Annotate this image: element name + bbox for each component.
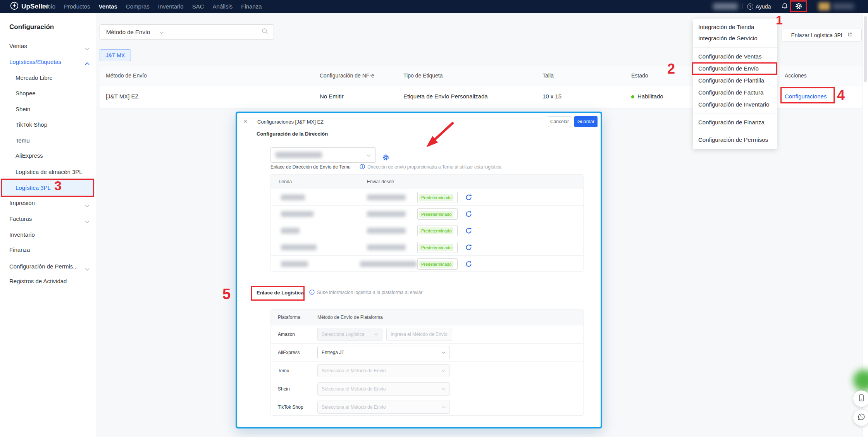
sidebar-item-configuracion-permisos[interactable]: Configuración de Permis... — [9, 262, 78, 271]
menu-config-ventas[interactable]: Configuración de Ventas — [698, 52, 761, 61]
sidebar: Configuración Ventas Logísticas/Etiqueta… — [0, 13, 97, 437]
menu-integracion-servicio[interactable]: Integración de Servicio — [698, 34, 758, 43]
chevron-down-icon[interactable] — [85, 45, 90, 52]
help-button[interactable]: ? Ayuda — [747, 0, 771, 13]
cell-nfe: No Emitir — [320, 93, 344, 100]
blurred-ship-from — [367, 244, 406, 250]
sidebar-item-finanza[interactable]: Finanza — [9, 246, 30, 254]
aliexpress-method-select[interactable]: Entrega JT — [317, 346, 450, 359]
nav-productos[interactable]: Productos — [64, 3, 90, 10]
amazon-method-input[interactable] — [386, 328, 452, 341]
enlazar-logistica-3pl-button[interactable]: Enlazar Logística 3PL — [782, 29, 862, 41]
select-placeholder: Selecciona el Método de Envío — [322, 368, 386, 373]
tiktok-method-select[interactable]: Selecciona el Método de Envío — [317, 401, 450, 414]
menu-config-envio[interactable]: Configuración de Envío — [698, 64, 759, 73]
refresh-icon[interactable] — [465, 211, 472, 219]
settings-gear-icon[interactable] — [795, 2, 803, 12]
menu-config-plantilla[interactable]: Configuración de Plantilla — [698, 76, 764, 85]
blurred-store-name — [281, 211, 313, 217]
chevron-down-icon — [367, 151, 371, 158]
address-row: Predeterminado — [271, 255, 583, 272]
blurred-avatar — [818, 2, 830, 10]
col-config-nfe: Configuración de NF-e — [320, 72, 374, 79]
sidebar-item-shopee[interactable]: Shopee — [16, 89, 36, 98]
sidebar-item-logistica-almacen-3pl[interactable]: Logística de almacén 3PL — [16, 168, 83, 176]
menu-config-permisos[interactable]: Configuración de Permisos — [698, 136, 768, 144]
ship-from-select[interactable]: Predeterminado — [417, 242, 458, 253]
menu-config-factura[interactable]: Configuración de Factura — [698, 88, 763, 97]
chevron-down-icon[interactable] — [85, 265, 90, 272]
col-talla: Talla — [542, 72, 554, 79]
nav-compras[interactable]: Compras — [126, 3, 150, 10]
topbar: UpSeller Inicio Productos Ventas Compras… — [0, 0, 868, 13]
select-placeholder: Selecciona el Método de Envío — [322, 404, 386, 410]
temu-method-select[interactable]: Selecciona el Método de Envío — [317, 364, 450, 377]
ship-from-select[interactable]: Predeterminado — [417, 208, 458, 220]
address-select[interactable] — [270, 147, 376, 163]
platform-row-aliexpress: AliExpress Entrega JT — [271, 343, 583, 361]
search-input[interactable] — [169, 24, 274, 40]
nav-finanza[interactable]: Finanza — [241, 3, 262, 10]
cancel-button[interactable]: Cancelar — [548, 116, 571, 127]
status-dot — [631, 95, 634, 98]
sidebar-item-shein[interactable]: Shein — [16, 105, 30, 114]
blurred-address-value — [276, 152, 322, 158]
ship-from-select[interactable]: Predeterminado — [417, 258, 458, 270]
bell-icon[interactable] — [781, 3, 788, 12]
save-button[interactable]: Guardar — [574, 116, 598, 127]
sidebar-item-inventario[interactable]: Inventario — [9, 231, 35, 239]
platform-row-temu: Temu Selecciona el Método de Envío — [271, 361, 583, 380]
whatsapp-button[interactable] — [853, 409, 868, 426]
chevron-down-icon[interactable] — [85, 218, 90, 225]
sidebar-item-registros-actividad[interactable]: Registros de Actividad — [9, 277, 67, 286]
mobile-app-button[interactable] — [853, 391, 868, 407]
sidebar-item-logistica-3pl[interactable]: Logística 3PL — [16, 184, 51, 192]
sidebar-item-temu[interactable]: Temu — [16, 136, 30, 145]
nav-inventario[interactable]: Inventario — [158, 3, 184, 10]
address-row: Predeterminado — [271, 222, 583, 239]
sidebar-item-tiktok-shop[interactable]: TikTok Shop — [16, 120, 47, 129]
modal-title: Configuraciones [J&T MX] EZ — [257, 119, 324, 125]
upseller-app: UpSeller Inicio Productos Ventas Compras… — [0, 0, 868, 437]
sidebar-item-logisticas-etiquetas[interactable]: Logísticas/Etiquetas — [9, 58, 61, 66]
chevron-down-icon[interactable] — [85, 202, 90, 209]
select-placeholder: Selecciona el Método de Envío — [322, 386, 386, 392]
sidebar-item-ventas[interactable]: Ventas — [9, 42, 27, 50]
ship-from-select[interactable]: Predeterminado — [417, 192, 458, 203]
sidebar-item-impresion[interactable]: Impresión — [9, 199, 35, 207]
cell-method: [J&T MX] EZ — [106, 93, 139, 100]
predeterminado-tag: Predeterminado — [419, 227, 453, 234]
refresh-icon[interactable] — [465, 244, 472, 252]
nav-inicio[interactable]: Inicio — [42, 3, 55, 10]
temu-address-link-info: Dirección de envío proporcionada a Temu … — [367, 164, 501, 170]
amazon-logistics-select[interactable]: Selecciona Logística — [317, 328, 382, 341]
col-estado: Estado — [631, 72, 648, 79]
nav-analisis[interactable]: Análisis — [213, 3, 233, 10]
address-gear-icon[interactable] — [382, 154, 389, 163]
select-placeholder: Selecciona Logística — [322, 332, 364, 337]
ship-from-select[interactable]: Predeterminado — [417, 225, 458, 236]
col-plataforma: Plataforma — [278, 315, 300, 320]
configuraciones-link[interactable]: Configuraciones — [785, 93, 827, 100]
nav-sac[interactable]: SAC — [192, 3, 204, 10]
sidebar-item-facturas[interactable]: Facturas — [9, 215, 32, 223]
filter-chip-jt-mx[interactable]: J&T MX — [100, 49, 131, 61]
chevron-up-icon[interactable] — [85, 61, 90, 68]
modal-title-divider — [253, 119, 253, 125]
refresh-icon[interactable] — [465, 261, 472, 269]
sidebar-item-aliexpress[interactable]: AliExpress — [16, 151, 43, 160]
menu-integracion-tienda[interactable]: Integración de Tienda — [698, 23, 754, 31]
menu-config-inventario[interactable]: Configuración de Inventario — [698, 100, 769, 109]
refresh-icon[interactable] — [465, 227, 472, 236]
scrollbar-thumb[interactable] — [864, 16, 867, 82]
shein-method-select[interactable]: Selecciona el Método de Envío — [317, 382, 450, 396]
close-icon[interactable]: × — [243, 117, 248, 125]
enlazar-label: Enlazar Logística 3PL — [791, 32, 844, 38]
refresh-icon[interactable] — [465, 194, 472, 202]
filter-type-select[interactable]: Método de Envío — [100, 24, 169, 40]
sidebar-item-mercado-libre[interactable]: Mercado Libre — [16, 74, 53, 82]
configuraciones-modal: × Configuraciones [J&T MX] EZ Cancelar G… — [236, 112, 602, 428]
col-metodo-envio: Método de Envío — [106, 72, 147, 79]
nav-ventas[interactable]: Ventas — [99, 3, 117, 10]
menu-config-finanza[interactable]: Configuración de Finanza — [698, 118, 765, 127]
